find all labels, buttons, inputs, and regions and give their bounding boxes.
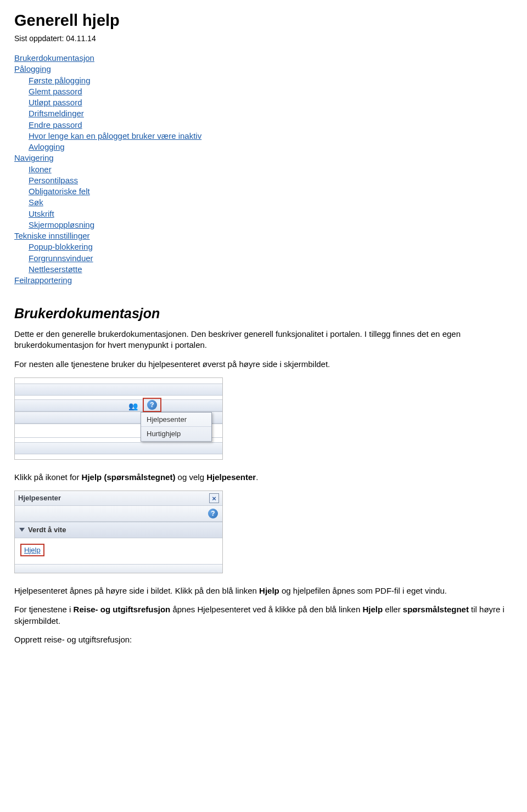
toc-link[interactable]: Glemt passord [29,87,82,96]
toc-link[interactable]: Ikoner [29,165,52,174]
text-fragment: . [256,472,258,482]
toc-link[interactable]: Navigering [14,153,54,162]
toc-link[interactable]: Avlogging [29,142,65,151]
panel-titlebar: Hjelpesenter × [15,491,222,506]
toc-link[interactable]: Endre passord [29,120,82,129]
section-heading: Brukerdokumentasjon [14,304,513,323]
text-fragment: For tjenestene i [14,605,74,614]
decorative-stripe [15,564,222,573]
text-fragment: og velg [175,472,206,482]
decorative-stripe [15,399,222,411]
toc-link[interactable]: Obligatoriske felt [29,187,90,196]
user-icon: 👥 [128,401,138,410]
text-fragment: Hjelpesenteret åpnes på høyre side i bil… [14,586,259,595]
text-fragment: åpnes Hjelpesenteret ved å klikke på den… [170,605,362,614]
close-icon[interactable]: × [209,493,219,503]
panel-content: Hjelp [15,538,222,565]
toc-link[interactable]: Feilrapportering [14,275,72,285]
screenshot-help-menu: 👥 ? Hjelpesenter Hurtighjelp [14,377,223,460]
toc-link[interactable]: Pålogging [14,64,51,74]
menu-item-hurtighjelp[interactable]: Hurtighjelp [141,426,211,441]
table-of-contents: Brukerdokumentasjon Pålogging Første pål… [14,53,513,286]
paragraph: Klikk på ikonet for Hjelp (spørsmålstegn… [14,472,513,483]
accordion-header[interactable]: Verdt å vite [15,522,222,538]
last-updated: Sist oppdatert: 04.11.14 [14,33,513,44]
toc-link[interactable]: Utløpt passord [29,98,82,107]
toc-link[interactable]: Tekniske innstillinger [14,231,90,240]
panel-toolbar: ? [15,506,222,522]
toc-link[interactable]: Søk [29,198,43,207]
decorative-stripe [15,384,222,396]
chevron-down-icon [19,528,25,532]
toc-link[interactable]: Hvor lenge kan en pålogget bruker være i… [29,131,201,140]
screenshot-hjelpesenter-panel: Hjelpesenter × ? Verdt å vite Hjelp [14,490,223,573]
help-dropdown-menu: Hjelpesenter Hurtighjelp [141,412,212,442]
toc-link[interactable]: Første pålogging [29,76,91,85]
text-bold: Hjelp (spørsmålstegnet) [82,472,176,482]
text-bold: spørsmålstegnet [403,605,469,614]
paragraph: Dette er den generelle brukerdokumentasj… [14,329,513,351]
page-title: Generell hjelp [14,10,513,31]
text-bold: Hjelp [259,586,279,595]
toc-link[interactable]: Nettleserstøtte [29,264,82,274]
toc-link[interactable]: Skjermoppløsning [29,220,94,229]
text-fragment: og hjelpefilen åpnes som PDF-fil i eget … [279,586,447,595]
panel-title: Hjelpesenter [18,493,61,503]
menu-item-hjelpesenter[interactable]: Hjelpesenter [141,413,211,427]
text-bold: Hjelp [362,605,383,614]
decorative-stripe [15,442,222,454]
paragraph: Hjelpesenteret åpnes på høyre side i bil… [14,585,513,596]
text-bold: Reise- og utgiftsrefusjon [74,605,171,614]
text-fragment: eller [383,605,403,614]
paragraph: For nesten alle tjenestene bruker du hje… [14,359,513,370]
text-fragment: Klikk på ikonet for [14,472,82,482]
paragraph: For tjenestene i Reise- og utgiftsrefusj… [14,604,513,627]
question-icon: ? [147,400,157,410]
text-bold: Hjelpesenter [206,472,256,482]
help-icon-highlight[interactable]: ? [143,398,161,412]
toc-link[interactable]: Popup-blokkering [29,242,93,251]
toc-link[interactable]: Brukerdokumentasjon [14,53,94,63]
hjelp-link[interactable]: Hjelp [20,544,44,557]
toc-link[interactable]: Forgrunnsvinduer [29,253,93,263]
question-icon[interactable]: ? [208,509,218,518]
toc-link[interactable]: Utskrift [29,209,54,218]
toc-link[interactable]: Driftsmeldinger [29,109,84,118]
accordion-label: Verdt å vite [28,525,66,535]
paragraph: Opprett reise- og utgiftsrefusjon: [14,634,513,645]
toc-link[interactable]: Persontilpass [29,176,78,185]
